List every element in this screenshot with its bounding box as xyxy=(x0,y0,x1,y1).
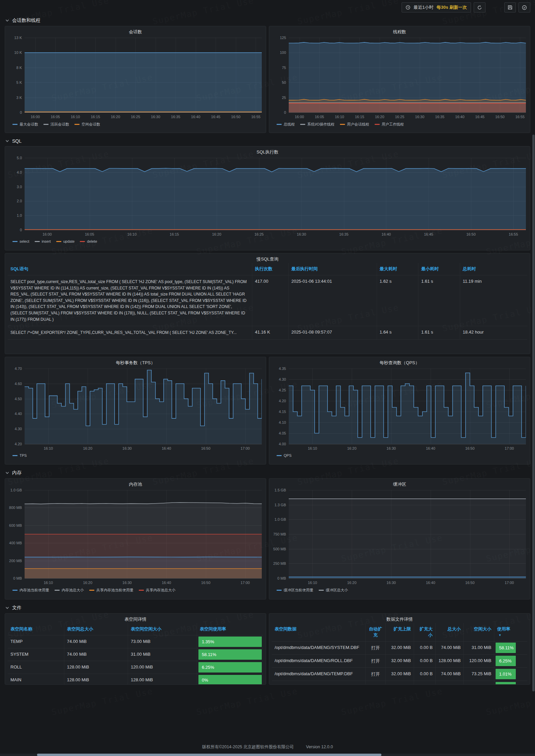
legend-item[interactable]: 共享内存池当前使用量 xyxy=(89,588,133,593)
usage-bar: 6.25% xyxy=(198,662,262,673)
table-cell: 0.20% xyxy=(494,681,517,685)
refresh-button[interactable] xyxy=(474,2,485,12)
trial-watermark: SuperMap Trial Use xyxy=(51,686,154,717)
save-button[interactable] xyxy=(504,2,516,12)
panel-title[interactable]: 表空间详情 xyxy=(5,614,266,623)
table-cell: 128.00 MiB xyxy=(435,681,463,685)
time-range-picker[interactable]: 最近1小时 每30s 刷新一次 xyxy=(402,2,471,12)
chart-legend: 内存池当前使用量内存池总大小共享内存池当前使用量共享内存池总大小 xyxy=(5,587,266,596)
legend-item[interactable]: 系统I/O操作线程 xyxy=(300,122,335,127)
panel-title[interactable]: 数据文件详情 xyxy=(269,614,530,623)
buffer-chart[interactable]: 1.5 GB1.3 GB1.0 GB750 MB500 MB250 MB0 MB… xyxy=(269,488,530,587)
vertical-scrollbar-thumb[interactable] xyxy=(532,135,535,691)
legend-item[interactable]: 缓冲区总大小 xyxy=(319,588,348,593)
panel-buffer: 缓冲区 1.5 GB1.3 GB1.0 GB750 MB500 MB250 MB… xyxy=(269,478,530,599)
column-header[interactable]: 使用率▼ xyxy=(494,623,517,641)
table-cell: 417.00 xyxy=(252,275,288,326)
tps-chart[interactable]: 4.704.604.504.404.304.2016:1016:2016:301… xyxy=(5,367,266,452)
column-header[interactable]: 最后执行时间 xyxy=(288,263,377,275)
legend-item[interactable]: 最大会话数 xyxy=(12,122,38,127)
mempool-chart[interactable]: 1.0 GB800 MB600 MB400 MB200 MB0 MB16:101… xyxy=(5,488,266,587)
column-header[interactable]: 表空间使用率 xyxy=(197,623,263,635)
x-tick-label: 16:30 xyxy=(151,115,160,119)
legend-item[interactable]: select xyxy=(12,239,29,243)
panel-title[interactable]: 缓冲区 xyxy=(269,479,530,488)
legend-label: 空闲会话数 xyxy=(82,122,100,127)
y-tick-label: 50 xyxy=(282,80,286,84)
column-header[interactable]: 扩充大小 xyxy=(414,623,435,641)
column-header[interactable]: 空闲大小 xyxy=(463,623,494,641)
column-header[interactable]: 最小耗时 xyxy=(418,263,460,275)
threads-chart[interactable]: 125100755025016:0016:0516:1016:1516:2016… xyxy=(269,36,530,121)
y-tick-label: 0 MB xyxy=(13,576,22,580)
legend-item[interactable]: 用户工作线程 xyxy=(375,122,404,127)
column-header[interactable]: 执行次数 xyxy=(252,263,288,275)
x-tick-label: 16:05 xyxy=(85,232,94,236)
legend-item[interactable]: 空闲会话数 xyxy=(74,122,100,127)
panel-datafiles: 数据文件详情 表空间数据自动扩充扩充上限扩充大小总大小空闲大小使用率▼/opt/… xyxy=(269,613,530,685)
column-header[interactable]: 表空间空闲大小 xyxy=(128,623,197,635)
x-tick-label: 16:00 xyxy=(295,115,304,119)
panel-title[interactable]: 每秒查询数（QPS） xyxy=(269,357,530,367)
y-tick-label: 3 K xyxy=(16,96,22,100)
column-header[interactable]: 总耗时 xyxy=(460,263,527,275)
check-circle-icon xyxy=(522,5,527,10)
qps-chart[interactable]: 4.354.304.254.204.154.104.054.0016:1016:… xyxy=(269,367,530,452)
horizontal-scrollbar-thumb[interactable] xyxy=(37,754,381,756)
legend-item[interactable]: 内存池当前使用量 xyxy=(12,588,49,593)
y-tick-label: 4.70 xyxy=(15,367,22,371)
sessions-chart[interactable]: 13 K10 K8 K5 K3 K016:0016:0516:1016:1516… xyxy=(5,36,266,121)
x-tick-label: 16:15 xyxy=(91,115,100,119)
legend-item[interactable]: 缓冲区当前使用量 xyxy=(277,588,313,593)
legend-item[interactable]: 总线程 xyxy=(277,122,295,127)
section-header-memory[interactable]: 内存 xyxy=(5,467,530,478)
column-header[interactable]: 表空间名称 xyxy=(8,623,64,635)
legend-label: 共享内存池总大小 xyxy=(146,588,176,593)
table-cell: 打开 xyxy=(365,668,386,681)
panel-title[interactable]: 线程数 xyxy=(269,26,530,36)
legend-item[interactable]: TPS xyxy=(12,453,27,457)
chart-legend: 总线程系统I/O操作线程用户会话线程用户工作线程 xyxy=(269,121,530,130)
sql-exec-chart[interactable]: 5.04.03.02.01.0016:0016:0516:1016:1516:2… xyxy=(5,156,530,238)
table-cell: 128.00 MiB xyxy=(128,674,197,685)
legend-color-dash xyxy=(43,124,49,125)
y-tick-label: 4.00 xyxy=(279,442,286,446)
legend-item[interactable]: 内存池总大小 xyxy=(55,588,84,593)
column-header[interactable]: 最大耗时 xyxy=(377,263,418,275)
chart-legend: 最大会话数活跃会话数空闲会话数 xyxy=(5,121,266,130)
panel-title[interactable]: 内存池 xyxy=(5,479,266,488)
panel-title[interactable]: SQL执行数 xyxy=(5,146,530,156)
legend-item[interactable]: 活跃会话数 xyxy=(43,122,69,127)
legend-item[interactable]: insert xyxy=(35,239,51,243)
usage-bar: 58.11% xyxy=(496,643,515,653)
y-tick-label: 4.15 xyxy=(279,410,286,414)
section-header-sessions-threads[interactable]: 会话数和线程 xyxy=(5,15,530,26)
column-header[interactable]: 表空间总大小 xyxy=(64,623,128,635)
legend-item[interactable]: 用户会话线程 xyxy=(340,122,369,127)
section-header-sql[interactable]: SQL xyxy=(5,136,530,146)
apply-button[interactable] xyxy=(518,2,530,12)
y-tick-label: 25 xyxy=(282,96,286,100)
table-cell: 74.00 MiB xyxy=(435,668,463,681)
panel-title[interactable]: 每秒事务数（TPS） xyxy=(5,357,266,367)
table-cell: /opt/dmdbms/data/DAMENG/ROLL.DBF xyxy=(272,655,365,667)
legend-item[interactable]: update xyxy=(56,239,75,243)
legend-item[interactable]: delete xyxy=(80,239,97,243)
panel-title[interactable]: 会话数 xyxy=(5,26,266,36)
table-cell: 73.25 MiB xyxy=(463,668,494,681)
table-row: TEMP74.00 MiB73.00 MiB1.35% xyxy=(8,635,263,648)
column-header[interactable]: 扩充上限 xyxy=(385,623,413,641)
legend-item[interactable]: 共享内存池总大小 xyxy=(139,588,176,593)
column-header[interactable]: SQL语句 xyxy=(8,263,252,275)
x-tick-label: 16:50 xyxy=(231,115,241,119)
table-cell: SELECT /*+DM_EXPORTER*/ ZONE_TYPE,CURR_V… xyxy=(8,326,252,339)
column-header[interactable]: 表空间数据 xyxy=(272,623,365,641)
panel-title[interactable]: 慢SQL查询 xyxy=(5,253,530,263)
x-tick-label: 16:10 xyxy=(71,115,80,119)
section-header-files[interactable]: 文件 xyxy=(5,602,530,613)
legend-label: 最大会话数 xyxy=(20,122,38,127)
column-header[interactable]: 总大小 xyxy=(435,623,463,641)
legend-item[interactable]: QPS xyxy=(277,453,291,457)
column-header[interactable]: 自动扩充 xyxy=(365,623,386,641)
legend-label: select xyxy=(20,239,29,243)
